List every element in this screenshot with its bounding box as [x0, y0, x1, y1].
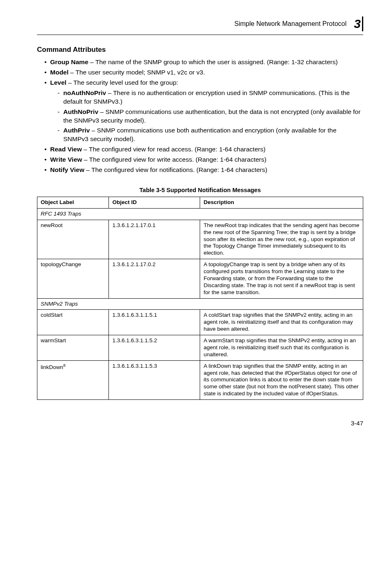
- table-row: linkDowna 1.3.6.1.6.3.1.1.5.3 A linkDown…: [37, 360, 363, 399]
- attributes-list: Group Name – The name of the SNMP group …: [37, 58, 363, 174]
- th-object-id: Object ID: [109, 197, 200, 209]
- table-row: coldStart 1.3.6.1.6.3.1.1.5.1 A coldStar…: [37, 310, 363, 335]
- cell-id: 1.3.6.1.6.3.1.1.5.1: [109, 310, 200, 335]
- table-section-row: SNMPv2 Traps: [37, 298, 363, 310]
- table-caption: Table 3-5 Supported Notification Message…: [37, 187, 363, 193]
- list-item: Notify View – The configured view for no…: [44, 166, 363, 174]
- th-object-label: Object Label: [37, 197, 109, 209]
- table-header-row: Object Label Object ID Description: [37, 197, 363, 209]
- list-item: Read View – The configured view for read…: [44, 145, 363, 154]
- header-divider: [37, 35, 363, 35]
- attr-label: AuthNoPriv: [63, 108, 98, 115]
- cell-id: 1.3.6.1.6.3.1.1.5.2: [109, 335, 200, 361]
- attr-text: – SNMP communications use both authentic…: [63, 127, 337, 142]
- table-row: topologyChange 1.3.6.1.2.1.17.0.2 A topo…: [37, 259, 363, 298]
- list-item: noAuthNoPriv – There is no authenticatio…: [58, 89, 363, 106]
- table-row: newRoot 1.3.6.1.2.1.17.0.1 The newRoot t…: [37, 220, 363, 259]
- list-item: Model – The user security model; SNMP v1…: [44, 68, 363, 77]
- cell-desc: A warmStart trap signifies that the SNMP…: [200, 335, 363, 361]
- attr-text: – The configured view for notifications.…: [84, 166, 267, 173]
- chapter-bar-icon: [362, 16, 363, 31]
- list-item: AuthPriv – SNMP communications use both …: [58, 126, 363, 144]
- cell-label: newRoot: [37, 220, 109, 259]
- cell-label: topologyChange: [37, 259, 109, 298]
- table-section-row: RFC 1493 Traps: [37, 208, 363, 220]
- cell-label: linkDowna: [37, 360, 109, 399]
- table-row: warmStart 1.3.6.1.6.3.1.1.5.2 A warmStar…: [37, 335, 363, 361]
- cell-desc: A linkDown trap signifies that the SNMP …: [200, 360, 363, 399]
- list-item: AuthNoPriv – SNMP communications use aut…: [58, 108, 363, 125]
- chapter-badge: 3: [354, 16, 363, 31]
- attr-label: Group Name: [50, 58, 88, 65]
- cell-id: 1.3.6.1.2.1.17.0.2: [109, 259, 200, 298]
- page-number: 3-47: [37, 420, 363, 427]
- attr-label: Level: [50, 79, 67, 86]
- attr-text: – The user security model; SNMP v1, v2c …: [69, 69, 205, 76]
- list-item: Group Name – The name of the SNMP group …: [44, 58, 363, 67]
- label-prefix: linkDown: [41, 364, 63, 370]
- th-description: Description: [200, 197, 363, 209]
- attr-text: – The configured view for write access. …: [82, 156, 267, 163]
- page-header: Simple Network Management Protocol 3: [37, 16, 363, 31]
- cell-label: coldStart: [37, 310, 109, 335]
- attr-label: Write View: [50, 156, 82, 163]
- section-cell: RFC 1493 Traps: [37, 208, 363, 220]
- cell-id: 1.3.6.1.6.3.1.1.5.3: [109, 360, 200, 399]
- header-title: Simple Network Management Protocol: [234, 20, 346, 28]
- cell-desc: A coldStart trap signifies that the SNMP…: [200, 310, 363, 335]
- chapter-number: 3: [354, 17, 360, 31]
- cell-label: warmStart: [37, 335, 109, 361]
- level-sublist: noAuthNoPriv – There is no authenticatio…: [50, 89, 363, 144]
- attr-label: AuthPriv: [63, 127, 90, 134]
- section-heading: Command Attributes: [37, 46, 363, 54]
- attr-label: Notify View: [50, 166, 84, 173]
- cell-desc: A topologyChange trap is sent by a bridg…: [200, 259, 363, 298]
- cell-id: 1.3.6.1.2.1.17.0.1: [109, 220, 200, 259]
- attr-text: – The security level used for the group:: [67, 79, 178, 86]
- notification-table: Object Label Object ID Description RFC 1…: [37, 197, 363, 400]
- cell-desc: The newRoot trap indicates that the send…: [200, 220, 363, 259]
- attr-text: – There is no authentication or encrypti…: [63, 89, 350, 105]
- attr-text: – SNMP communications use authentication…: [63, 108, 360, 124]
- label-superscript: a: [63, 363, 66, 367]
- attr-label: Model: [50, 69, 69, 76]
- list-item: Write View – The configured view for wri…: [44, 156, 363, 164]
- attr-label: noAuthNoPriv: [63, 89, 106, 96]
- attr-label: Read View: [50, 146, 82, 153]
- section-cell: SNMPv2 Traps: [37, 298, 363, 310]
- attr-text: – The configured view for read access. (…: [82, 146, 265, 153]
- attr-text: – The name of the SNMP group to which th…: [88, 58, 338, 65]
- list-item: Level – The security level used for the …: [44, 79, 363, 144]
